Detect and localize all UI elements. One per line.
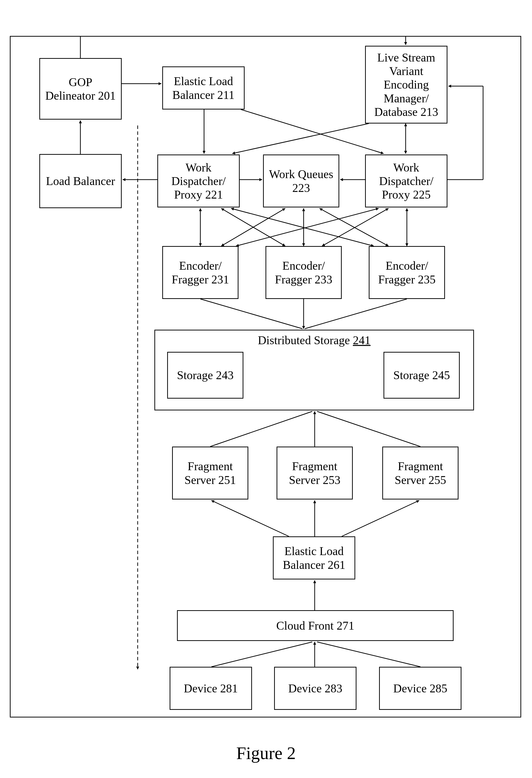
node-fragment-server-3: Fragment Server 255 [382,447,458,499]
label: Device 283 [288,682,343,695]
label: Encoder/ Fragger 235 [373,259,440,286]
label: Live Stream Variant Encoding Manager/ Da… [370,51,443,119]
label: Storage 245 [393,368,450,382]
label: Device 285 [393,682,447,695]
label: Work Queues 223 [268,167,335,194]
node-elastic-load-balancer-top: Elastic Load Balancer 211 [162,66,245,109]
label: Storage 243 [177,368,234,382]
node-work-dispatcher-proxy-right: Work Dispatcher/ Proxy 225 [365,155,447,208]
label: Encoder/ Fragger 231 [167,259,234,286]
label: Fragment Server 251 [177,459,244,486]
label: Distributed Storage 241 [258,333,371,347]
label: Encoder/ Fragger 233 [270,259,337,286]
node-load-balancer: Load Balancer [39,154,122,208]
label: Fragment Server 255 [387,459,454,486]
node-storage-245: Storage 245 [383,352,460,399]
node-work-queues: Work Queues 223 [263,155,339,208]
node-device-1: Device 281 [170,667,252,710]
node-gop-delineator: GOP Delineator 201 [39,58,122,120]
figure-caption: Figure 2 [0,743,532,764]
node-fragment-server-2: Fragment Server 253 [277,447,353,499]
node-storage-243: Storage 243 [167,352,243,399]
diagram-page: GOP Delineator 201 Load Balancer Elastic… [0,0,532,778]
node-device-2: Device 283 [274,667,356,710]
label: Work Dispatcher/ Proxy 225 [370,161,443,202]
node-fragment-server-1: Fragment Server 251 [172,447,248,499]
label: Fragment Server 253 [281,459,348,486]
node-encoder-fragger-1: Encoder/ Fragger 231 [162,246,239,299]
node-work-dispatcher-proxy-left: Work Dispatcher/ Proxy 221 [157,155,240,208]
label: Work Dispatcher/ Proxy 221 [162,161,235,202]
label: GOP Delineator 201 [44,75,117,102]
node-live-stream-variant-encoding-manager: Live Stream Variant Encoding Manager/ Da… [365,46,447,124]
node-encoder-fragger-3: Encoder/ Fragger 235 [369,246,445,299]
node-encoder-fragger-2: Encoder/ Fragger 233 [266,246,342,299]
label: Elastic Load Balancer 261 [278,544,351,571]
label: Device 281 [184,682,238,695]
label: Cloud Front 271 [276,619,354,632]
label: Load Balancer [46,174,115,188]
node-cloud-front: Cloud Front 271 [177,610,454,641]
node-device-3: Device 285 [379,667,461,710]
label: Elastic Load Balancer 211 [167,74,240,101]
node-elastic-load-balancer-bottom: Elastic Load Balancer 261 [273,536,355,579]
